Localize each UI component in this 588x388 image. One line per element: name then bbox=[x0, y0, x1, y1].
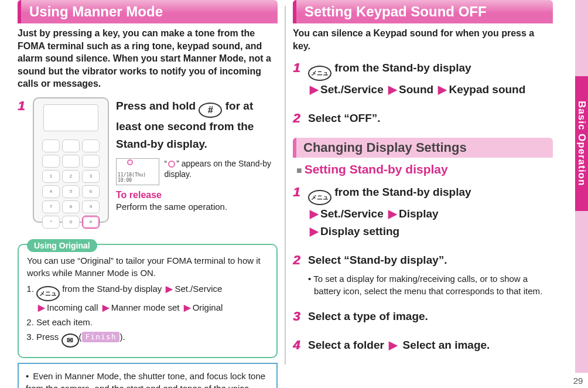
press-text-1: Press and hold bbox=[116, 100, 199, 112]
ds3-text: Select a type of image. bbox=[308, 308, 553, 325]
keypad-step-2: 2 Select “OFF”. bbox=[293, 110, 553, 127]
side-strip-top bbox=[575, 0, 588, 76]
keypad-intro: You can silence a Keypad sound for when … bbox=[293, 27, 553, 52]
keypad-step-1: 1 メニュ from the Stand-by display ▶Set./Se… bbox=[293, 59, 553, 98]
ks1-text: from the Stand-by display bbox=[331, 62, 471, 74]
step-number: 4 bbox=[293, 338, 300, 353]
ks1-path-0: Set./Service bbox=[320, 83, 384, 96]
menu-key-icon: メニュ bbox=[308, 190, 331, 205]
manner-note-box: • Even in Manner Mode, the shutter tone,… bbox=[18, 363, 278, 388]
arrow-icon: ▶ bbox=[389, 339, 398, 351]
menu-key-label: メニュ bbox=[311, 69, 329, 78]
ds4-text-b: Select an image. bbox=[402, 339, 490, 351]
hash-key-icon: # bbox=[199, 103, 222, 118]
using-original-box: You can use “Original” to tailor your FO… bbox=[18, 244, 278, 358]
setting-standby-subheader: Setting Stand-by display bbox=[305, 162, 448, 176]
uo1-path-1: Incoming call bbox=[47, 302, 98, 312]
uo-step-1: メニュ from the Stand-by display ▶Set./Serv… bbox=[36, 283, 268, 314]
arrow-icon: ▶ bbox=[38, 302, 45, 312]
manner-mode-icon bbox=[127, 159, 133, 165]
press-hold-instruction: Press and hold # for at least one second… bbox=[116, 97, 278, 154]
mini-screen-text: 11/18(Thu) 10:00 bbox=[118, 173, 158, 183]
uo-step-3: Press ✉(Finish). bbox=[36, 331, 268, 348]
side-tab: Basic Operation bbox=[575, 76, 588, 211]
menu-key-icon: メニュ bbox=[308, 66, 331, 81]
display-step-2: 2 Select “Stand-by display”. • To set a … bbox=[293, 251, 553, 297]
uo1-text: from the Stand-by display bbox=[60, 284, 162, 294]
uo1-path-2: Manner mode set bbox=[111, 302, 180, 312]
step-number: 1 bbox=[293, 185, 300, 200]
mail-key-icon: ✉ bbox=[61, 333, 79, 348]
step-number: 2 bbox=[293, 253, 300, 268]
display-step-3: 3 Select a type of image. bbox=[293, 308, 553, 325]
manner-intro: Just by pressing a key, you can make a t… bbox=[18, 27, 278, 90]
manner-icon-inline bbox=[168, 161, 175, 168]
ks2-text: Select “OFF”. bbox=[308, 110, 553, 127]
using-original-intro: You can use “Original” to tailor your FO… bbox=[27, 254, 268, 279]
ds2-sub: • To set a display for making/receiving … bbox=[308, 273, 553, 297]
manner-note-text: Even in Manner Mode, the shutter tone, a… bbox=[26, 371, 265, 388]
arrow-icon: ▶ bbox=[184, 302, 191, 312]
sub-bar-icon: ■ bbox=[296, 165, 302, 175]
side-tab-label: Basic Operation bbox=[576, 101, 587, 186]
uo-step-2: Set each item. bbox=[36, 316, 268, 328]
step-number: 2 bbox=[293, 111, 300, 126]
phone-illustration: 123 456 789 *0# bbox=[33, 97, 109, 223]
ds1-path-0: Set./Service bbox=[320, 207, 384, 220]
section-header-keypad-sound: Setting Keypad Sound OFF bbox=[293, 0, 553, 23]
ds2-text: Select “Stand-by display”. bbox=[308, 251, 553, 269]
ks1-path-2: Keypad sound bbox=[449, 83, 525, 96]
ds2-sub-text: To set a display for making/receiving ca… bbox=[313, 274, 542, 296]
arrow-icon: ▶ bbox=[166, 284, 173, 294]
display-step-4: 4 Select a folder ▶ Select an image. bbox=[293, 336, 553, 354]
uo3-text: Press bbox=[36, 332, 61, 342]
section-header-display-settings: Changing Display Settings bbox=[293, 138, 553, 158]
menu-key-label: メニュ bbox=[39, 290, 57, 298]
appears-q2: ” appears on the Stand-by display. bbox=[164, 159, 271, 179]
ds1-path-1: Display bbox=[399, 207, 439, 220]
side-strip-bottom bbox=[575, 211, 588, 373]
arrow-icon: ▶ bbox=[310, 207, 319, 220]
mini-standby-screen: 11/18(Thu) 10:00 bbox=[116, 158, 159, 185]
manner-step-1: 1 123 456 789 *0# Press and hold # bbox=[18, 97, 278, 223]
menu-key-icon: メニュ bbox=[36, 286, 60, 301]
uo1-path-0: Set./Service bbox=[175, 284, 222, 294]
uo1-path-3: Original bbox=[193, 302, 223, 312]
arrow-icon: ▶ bbox=[310, 225, 319, 237]
finish-badge: Finish bbox=[82, 332, 120, 342]
appears-caption: “” appears on the Stand-by display. bbox=[164, 158, 278, 181]
page-number: 29 bbox=[572, 376, 584, 386]
arrow-icon: ▶ bbox=[310, 83, 319, 96]
using-original-pill: Using Original bbox=[27, 239, 97, 252]
step-number: 3 bbox=[293, 309, 300, 324]
to-release-text: Perform the same operation. bbox=[116, 202, 278, 212]
ds4-text-a: Select a folder bbox=[308, 339, 384, 351]
ds1-path-2: Display setting bbox=[320, 225, 399, 237]
to-release-label: To release bbox=[116, 190, 278, 200]
arrow-icon: ▶ bbox=[388, 207, 397, 220]
arrow-icon: ▶ bbox=[102, 302, 110, 312]
step-number: 1 bbox=[293, 60, 300, 76]
bullet-icon: • bbox=[308, 274, 313, 284]
display-step-1: 1 メニュ from the Stand-by display ▶Set./Se… bbox=[293, 183, 553, 241]
section-header-manner-mode: Using Manner Mode bbox=[18, 0, 278, 23]
menu-key-label: メニュ bbox=[311, 193, 329, 202]
step-number: 1 bbox=[18, 98, 25, 114]
appears-q1: “ bbox=[164, 159, 167, 168]
arrow-icon: ▶ bbox=[438, 83, 447, 96]
ds1-text: from the Stand-by display bbox=[331, 186, 471, 198]
arrow-icon: ▶ bbox=[388, 83, 397, 96]
ks1-path-1: Sound bbox=[399, 83, 433, 96]
